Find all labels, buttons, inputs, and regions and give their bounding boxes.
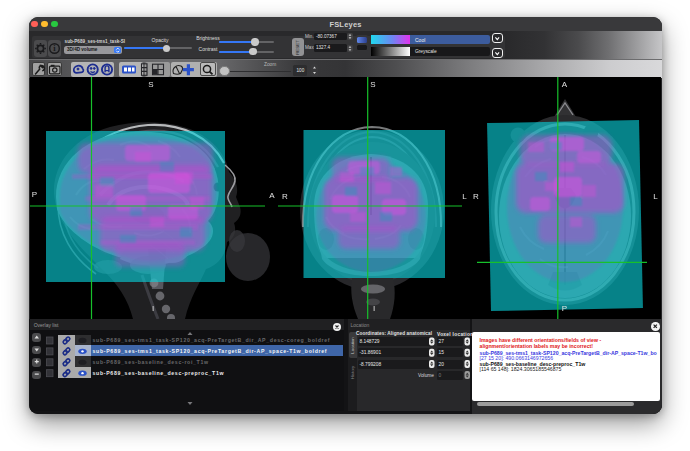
svg-text:R: R bbox=[282, 192, 288, 201]
svg-text:S: S bbox=[370, 80, 375, 89]
svg-text:L: L bbox=[653, 192, 658, 201]
svg-text:A: A bbox=[269, 191, 275, 200]
svg-text:R: R bbox=[473, 192, 479, 201]
svg-text:A: A bbox=[562, 80, 568, 89]
svg-text:I: I bbox=[373, 304, 375, 313]
svg-text:P: P bbox=[562, 304, 567, 313]
svg-text:S: S bbox=[148, 80, 153, 89]
svg-text:P: P bbox=[32, 190, 37, 199]
svg-text:L: L bbox=[462, 192, 467, 201]
svg-text:i: i bbox=[53, 43, 56, 53]
svg-text:I: I bbox=[152, 304, 154, 313]
